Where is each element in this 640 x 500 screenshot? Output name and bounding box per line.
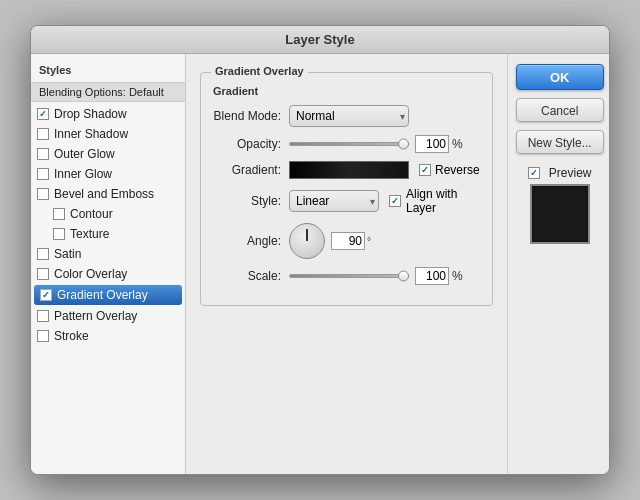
align-layer-checkbox[interactable] [389, 195, 401, 207]
new-style-button[interactable]: New Style... [516, 130, 604, 154]
style-row: Style: Linear Radial Angle Reflected Dia… [213, 187, 480, 215]
opacity-input[interactable] [415, 135, 449, 153]
label-stroke: Stroke [54, 329, 89, 343]
blend-mode-row: Blend Mode: Normal Multiply Screen ▾ [213, 105, 480, 127]
reverse-checkbox[interactable] [419, 164, 431, 176]
align-layer-label: Align with Layer [406, 187, 480, 215]
blending-options-item[interactable]: Blending Options: Default [31, 82, 185, 102]
preview-canvas [530, 184, 590, 244]
checkbox-pattern-overlay[interactable] [37, 310, 49, 322]
left-item-gradient-overlay[interactable]: Gradient Overlay [34, 285, 182, 305]
opacity-label: Opacity: [213, 137, 281, 151]
center-panel: Gradient Overlay Gradient Blend Mode: No… [186, 54, 507, 474]
angle-row: Angle: ° [213, 223, 480, 259]
checkbox-texture[interactable] [53, 228, 65, 240]
styles-header[interactable]: Styles [31, 60, 185, 82]
opacity-slider[interactable] [289, 142, 409, 146]
preview-section: Preview [528, 166, 592, 244]
reverse-label: Reverse [435, 163, 480, 177]
style-select[interactable]: Linear Radial Angle Reflected Diamond [289, 190, 379, 212]
scale-row: Scale: % [213, 267, 480, 285]
checkbox-stroke[interactable] [37, 330, 49, 342]
preview-checkbox[interactable] [528, 167, 540, 179]
left-item-texture[interactable]: Texture [31, 224, 185, 244]
scale-unit: % [452, 269, 463, 283]
checkbox-inner-glow[interactable] [37, 168, 49, 180]
label-inner-glow: Inner Glow [54, 167, 112, 181]
blend-mode-select[interactable]: Normal Multiply Screen [289, 105, 409, 127]
left-item-color-overlay[interactable]: Color Overlay [31, 264, 185, 284]
dialog-title: Layer Style [285, 32, 354, 47]
angle-input[interactable] [331, 232, 365, 250]
ok-button[interactable]: OK [516, 64, 604, 90]
angle-label: Angle: [213, 234, 281, 248]
scale-slider[interactable] [289, 274, 409, 278]
style-label: Style: [213, 194, 281, 208]
scale-label: Scale: [213, 269, 281, 283]
gradient-row: Gradient: Reverse [213, 161, 480, 179]
opacity-slider-container: % [289, 135, 480, 153]
checkbox-gradient-overlay[interactable] [40, 289, 52, 301]
label-color-overlay: Color Overlay [54, 267, 127, 281]
checkbox-inner-shadow[interactable] [37, 128, 49, 140]
cancel-button[interactable]: Cancel [516, 98, 604, 122]
checkbox-satin[interactable] [37, 248, 49, 260]
left-item-contour[interactable]: Contour [31, 204, 185, 224]
dialog-titlebar: Layer Style [31, 26, 609, 54]
label-gradient-overlay: Gradient Overlay [57, 288, 148, 302]
angle-dial[interactable] [289, 223, 325, 259]
align-layer-container: Align with Layer [389, 187, 480, 215]
dialog-body: Styles Blending Options: Default Drop Sh… [31, 54, 609, 474]
right-panel: OK Cancel New Style... Preview [507, 54, 610, 474]
left-item-stroke[interactable]: Stroke [31, 326, 185, 346]
opacity-row: Opacity: % [213, 135, 480, 153]
label-drop-shadow: Drop Shadow [54, 107, 127, 121]
blend-mode-select-wrapper: Normal Multiply Screen ▾ [289, 105, 409, 127]
left-items-list: Drop ShadowInner ShadowOuter GlowInner G… [31, 104, 185, 346]
left-panel: Styles Blending Options: Default Drop Sh… [31, 54, 186, 474]
preview-label-row: Preview [528, 166, 592, 180]
left-item-inner-shadow[interactable]: Inner Shadow [31, 124, 185, 144]
label-pattern-overlay: Pattern Overlay [54, 309, 137, 323]
gradient-row-label: Gradient: [213, 163, 281, 177]
checkbox-outer-glow[interactable] [37, 148, 49, 160]
label-satin: Satin [54, 247, 81, 261]
style-select-wrapper: Linear Radial Angle Reflected Diamond ▾ [289, 190, 379, 212]
layer-style-dialog: Layer Style Styles Blending Options: Def… [30, 25, 610, 475]
gradient-swatch[interactable] [289, 161, 409, 179]
reverse-checkbox-container: Reverse [419, 163, 480, 177]
label-texture: Texture [70, 227, 109, 241]
label-outer-glow: Outer Glow [54, 147, 115, 161]
left-item-inner-glow[interactable]: Inner Glow [31, 164, 185, 184]
left-item-drop-shadow[interactable]: Drop Shadow [31, 104, 185, 124]
checkbox-drop-shadow[interactable] [37, 108, 49, 120]
label-bevel-emboss: Bevel and Emboss [54, 187, 154, 201]
left-item-bevel-emboss[interactable]: Bevel and Emboss [31, 184, 185, 204]
scale-slider-container: % [289, 267, 480, 285]
section-title: Gradient Overlay [211, 65, 308, 77]
label-contour: Contour [70, 207, 113, 221]
checkbox-color-overlay[interactable] [37, 268, 49, 280]
angle-unit: ° [367, 236, 371, 247]
gradient-subsection-title: Gradient [213, 85, 480, 97]
checkbox-contour[interactable] [53, 208, 65, 220]
gradient-overlay-section: Gradient Overlay Gradient Blend Mode: No… [200, 72, 493, 306]
left-item-outer-glow[interactable]: Outer Glow [31, 144, 185, 164]
label-inner-shadow: Inner Shadow [54, 127, 128, 141]
left-item-satin[interactable]: Satin [31, 244, 185, 264]
left-item-pattern-overlay[interactable]: Pattern Overlay [31, 306, 185, 326]
checkbox-bevel-emboss[interactable] [37, 188, 49, 200]
blending-options-label: Blending Options: Default [39, 86, 164, 98]
preview-label: Preview [549, 166, 592, 180]
opacity-unit: % [452, 137, 463, 151]
scale-input[interactable] [415, 267, 449, 285]
blend-mode-label: Blend Mode: [213, 109, 281, 123]
